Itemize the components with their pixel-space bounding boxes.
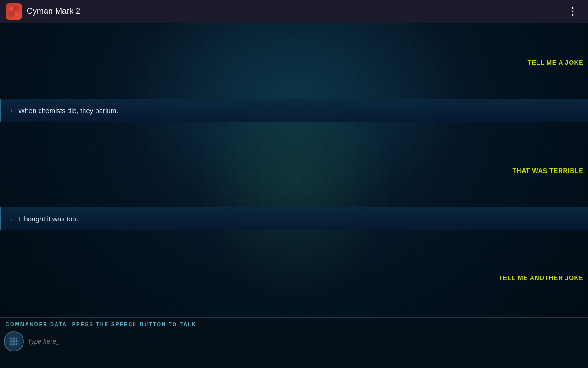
- app-title: Cyman Mark 2: [27, 6, 564, 16]
- bottom-bar: COMMANDER DATA: PRESS THE SPEECH BUTTON …: [0, 317, 588, 368]
- svg-rect-0: [9, 7, 13, 11]
- svg-rect-1: [14, 7, 18, 11]
- ai-message-1: › When chemists die, they barium.: [0, 99, 588, 122]
- svg-rect-3: [14, 12, 18, 16]
- app-icon: [6, 3, 22, 20]
- svg-rect-2: [9, 12, 13, 16]
- user-message-1: TELL ME A JOKE: [527, 59, 583, 66]
- mic-button[interactable]: [4, 331, 24, 351]
- ai-message-2: › I thought it was too.: [0, 207, 588, 230]
- chevron-icon-1: ›: [11, 107, 13, 115]
- user-message-2: THAT WAS TERRIBLE: [513, 167, 583, 174]
- chevron-icon-2: ›: [11, 215, 13, 223]
- prompt-text: COMMANDER DATA: PRESS THE SPEECH BUTTON …: [0, 318, 588, 329]
- text-input[interactable]: [28, 336, 584, 347]
- input-row: [0, 329, 588, 353]
- mic-dots: [10, 338, 17, 345]
- menu-button[interactable]: ⋮: [564, 4, 582, 19]
- chat-area: TELL ME A JOKE › When chemists die, they…: [0, 23, 588, 317]
- topbar: Cyman Mark 2 ⋮: [0, 0, 588, 23]
- user-message-3: TELL ME ANOTHER JOKE: [499, 274, 583, 282]
